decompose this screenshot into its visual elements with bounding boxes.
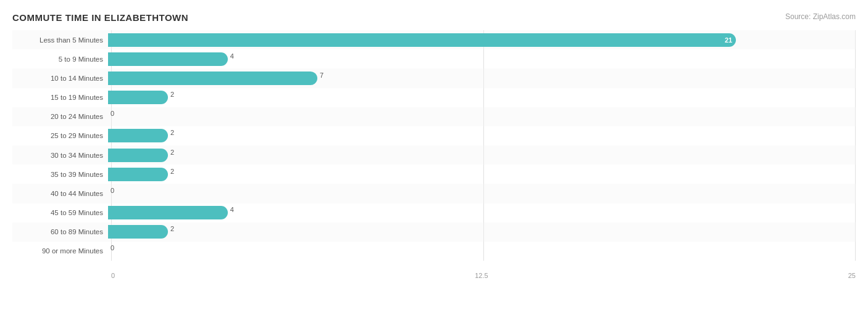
x-axis-label: 12.5 [475,272,488,279]
bar-value: 2 [170,225,174,232]
bar-label: 60 to 89 Minutes [12,228,108,235]
bar-row: 5 to 9 Minutes4 [12,49,856,68]
bar-value: 2 [170,129,174,136]
bar-fill: 2 [108,149,168,162]
bar-row: Less than 5 Minutes21 [12,30,856,49]
bar-value: 4 [230,52,234,60]
bar-row: 90 or more Minutes0 [12,242,856,261]
x-axis-label: 25 [848,272,856,279]
bar-track: 2 [108,147,856,163]
bar-label: 40 to 44 Minutes [12,190,108,197]
bar-fill: 7 [108,72,317,85]
bar-label: 35 to 39 Minutes [12,171,108,178]
bar-value: 2 [170,91,174,98]
x-axis: 012.525 [111,272,856,279]
bar-label: 45 to 59 Minutes [12,209,108,216]
bar-value: 4 [230,206,234,213]
bar-label: 10 to 14 Minutes [12,75,108,82]
bar-track: 4 [108,205,856,221]
bar-value: 0 [111,244,114,251]
bar-track: 2 [108,89,856,106]
bar-fill: 21 [108,33,736,47]
bar-track: 7 [108,70,856,86]
bar-row: 20 to 24 Minutes0 [12,107,856,126]
chart-container: COMMUTE TIME IN ELIZABETHTOWN Source: Zi… [0,0,868,323]
bar-label: 25 to 29 Minutes [12,132,108,139]
bar-row: 10 to 14 Minutes7 [12,68,856,88]
bar-label: Less than 5 Minutes [12,36,108,44]
bar-row: 60 to 89 Minutes2 [12,223,856,242]
bar-fill: 2 [108,129,168,142]
source-text: Source: ZipAtlas.com [785,12,856,21]
bar-track: 2 [108,166,856,182]
bar-row: 35 to 39 Minutes2 [12,165,856,184]
bar-row: 45 to 59 Minutes4 [12,203,856,223]
bar-fill: 2 [108,91,168,104]
bar-track: 21 [108,31,856,48]
bar-value: 21 [725,36,732,44]
bar-fill: 2 [108,168,168,181]
bar-fill: 4 [108,206,228,219]
bar-track: 2 [108,128,856,144]
bar-row: 25 to 29 Minutes2 [12,126,856,145]
bar-value: 7 [320,72,323,79]
bar-value: 2 [170,168,174,175]
x-axis-label: 0 [111,272,115,279]
bar-track: 0 [108,108,856,125]
bar-value: 2 [170,149,174,156]
bar-fill: 2 [108,225,168,239]
bar-label: 90 or more Minutes [12,247,108,255]
bar-label: 20 to 24 Minutes [12,113,108,120]
bar-value: 0 [111,110,114,117]
bar-track: 4 [108,51,856,67]
bar-label: 30 to 34 Minutes [12,152,108,159]
bar-row: 40 to 44 Minutes0 [12,184,856,203]
bar-fill: 4 [108,52,228,66]
chart-area: Less than 5 Minutes215 to 9 Minutes410 t… [12,30,856,279]
bar-track: 2 [108,224,856,240]
chart-title: COMMUTE TIME IN ELIZABETHTOWN [12,12,856,23]
bar-label: 5 to 9 Minutes [12,55,108,63]
bar-row: 30 to 34 Minutes2 [12,145,856,165]
bar-label: 15 to 19 Minutes [12,94,108,101]
bar-track: 0 [108,243,856,260]
bars-container: Less than 5 Minutes215 to 9 Minutes410 t… [12,30,856,261]
bar-row: 15 to 19 Minutes2 [12,88,856,107]
bar-track: 0 [108,185,856,202]
bar-value: 0 [111,187,114,194]
